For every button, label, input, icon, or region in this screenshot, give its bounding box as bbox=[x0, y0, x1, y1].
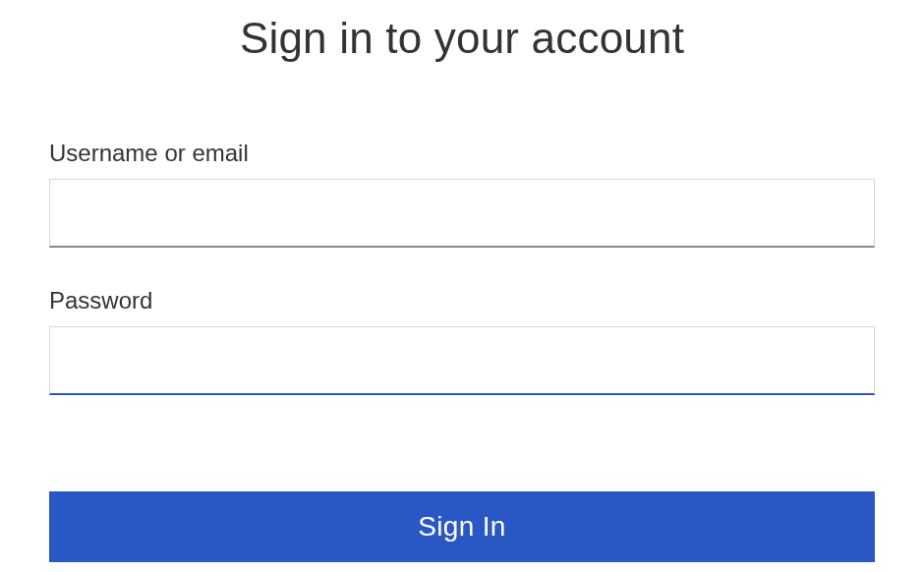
submit-row: Sign In bbox=[49, 491, 875, 562]
password-group: Password bbox=[49, 287, 875, 395]
password-label: Password bbox=[49, 287, 875, 315]
login-form-container: Sign in to your account Username or emai… bbox=[49, 0, 875, 562]
username-input[interactable] bbox=[49, 179, 875, 248]
username-group: Username or email bbox=[49, 140, 875, 248]
sign-in-button[interactable]: Sign In bbox=[49, 491, 875, 562]
username-label: Username or email bbox=[49, 140, 875, 167]
page-title: Sign in to your account bbox=[49, 14, 875, 63]
password-input[interactable] bbox=[49, 326, 875, 395]
